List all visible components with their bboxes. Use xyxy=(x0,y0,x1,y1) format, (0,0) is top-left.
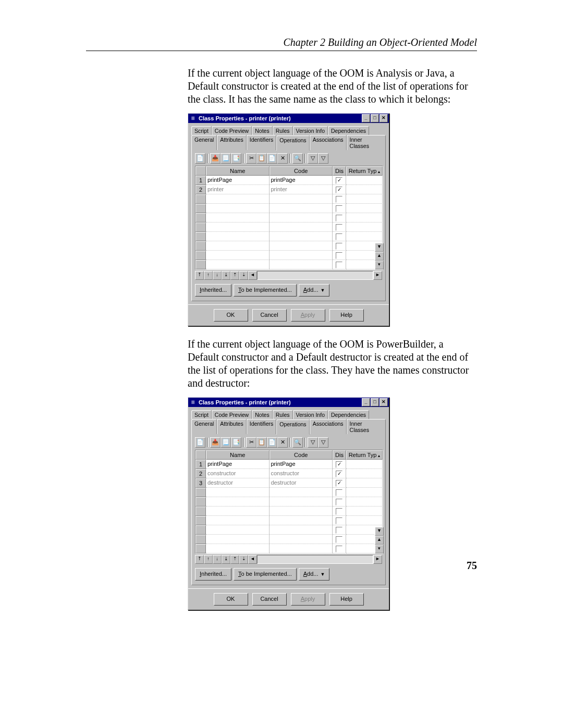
cancel-button[interactable]: Cancel xyxy=(252,593,287,606)
add-rows-icon[interactable]: 📑 xyxy=(231,437,241,448)
close-button[interactable]: ✕ xyxy=(380,114,388,122)
cut-icon[interactable]: ✂ xyxy=(246,153,256,164)
move-bottom-icon[interactable]: ⤓ xyxy=(222,271,230,280)
checkbox-icon[interactable] xyxy=(336,499,342,505)
cell-name[interactable]: constructor xyxy=(206,469,270,478)
cell-name[interactable] xyxy=(206,488,270,497)
table-row-empty[interactable] xyxy=(195,251,383,260)
add-rows-icon[interactable]: 📑 xyxy=(231,153,241,164)
vertical-scroll[interactable]: ▼ ▲ ▾ xyxy=(375,243,383,269)
row-number[interactable]: 1 xyxy=(195,176,206,185)
tab-general[interactable]: General xyxy=(191,419,217,434)
cell-name[interactable]: printPage xyxy=(206,460,270,469)
cell-display[interactable] xyxy=(333,241,346,251)
move-bottom-icon[interactable]: ⤓ xyxy=(222,555,230,564)
move-top-icon[interactable]: ⤒ xyxy=(195,271,204,280)
cell-code[interactable] xyxy=(270,497,333,507)
col-header-dis[interactable]: Dis xyxy=(333,450,346,460)
cell-return-type[interactable] xyxy=(346,194,383,204)
inherited-button[interactable]: Inherited... xyxy=(195,568,231,581)
checkbox-icon[interactable] xyxy=(336,536,342,543)
tab-version info[interactable]: Version Info xyxy=(293,126,328,135)
table-row-empty[interactable] xyxy=(195,516,383,525)
scroll-left-icon[interactable]: ◄ xyxy=(248,271,257,280)
row-number[interactable]: 1 xyxy=(195,460,206,469)
close-button[interactable]: ✕ xyxy=(380,398,388,406)
cell-return-type[interactable] xyxy=(346,488,383,497)
tab-notes[interactable]: Notes xyxy=(252,126,272,135)
checkbox-icon[interactable] xyxy=(336,205,342,212)
cell-return-type[interactable] xyxy=(346,516,383,525)
tab-rules[interactable]: Rules xyxy=(273,410,293,419)
row-number[interactable] xyxy=(195,525,206,535)
tab-operations[interactable]: Operations xyxy=(276,135,309,151)
col-header-dis[interactable]: Dis xyxy=(333,166,346,176)
cell-code[interactable] xyxy=(270,204,333,213)
row-number[interactable]: 2 xyxy=(195,185,206,194)
delete-icon[interactable]: ✕ xyxy=(277,153,288,164)
checkbox-icon[interactable] xyxy=(336,224,342,231)
paste-icon[interactable]: 📄 xyxy=(267,437,277,448)
maximize-button[interactable]: □ xyxy=(371,398,379,406)
cell-display[interactable] xyxy=(333,507,346,516)
table-row[interactable]: 2 printer printer ✓ xyxy=(195,185,383,194)
tab-associations[interactable]: Associations xyxy=(310,135,347,150)
cell-return-type[interactable] xyxy=(346,185,383,194)
cell-display[interactable] xyxy=(333,488,346,497)
checkbox-icon[interactable] xyxy=(336,262,342,268)
table-row-empty[interactable] xyxy=(195,232,383,241)
cell-name[interactable] xyxy=(206,223,270,232)
row-number[interactable] xyxy=(195,213,206,223)
checkbox-icon[interactable]: ✓ xyxy=(336,461,342,468)
cell-code[interactable] xyxy=(270,260,333,269)
apply-button[interactable]: Apply xyxy=(291,309,325,322)
tab-operations[interactable]: Operations xyxy=(276,419,309,435)
row-number[interactable] xyxy=(195,241,206,251)
to-be-implemented-button[interactable]: To be Implemented... xyxy=(234,568,297,581)
cell-code[interactable]: printPage xyxy=(270,176,333,185)
cell-name[interactable] xyxy=(206,241,270,251)
cell-name[interactable]: destructor xyxy=(206,478,270,488)
move-up2-icon[interactable]: ⇡ xyxy=(230,271,239,280)
table-row[interactable]: 1 printPage printPage ✓ xyxy=(195,460,383,469)
move-down-icon[interactable]: ↓ xyxy=(213,555,222,564)
horizontal-scrollbar[interactable] xyxy=(257,555,373,564)
checkbox-icon[interactable] xyxy=(336,252,342,259)
cell-code[interactable] xyxy=(270,232,333,241)
cell-display[interactable] xyxy=(333,251,346,260)
cell-name[interactable] xyxy=(206,260,270,269)
add-row-icon[interactable]: 📃 xyxy=(221,153,231,164)
table-row-empty[interactable] xyxy=(195,488,383,497)
row-number[interactable] xyxy=(195,194,206,204)
table-row-empty[interactable] xyxy=(195,204,383,213)
table-row-empty[interactable] xyxy=(195,507,383,516)
cell-code[interactable]: printer xyxy=(270,185,333,194)
row-number[interactable]: 2 xyxy=(195,469,206,478)
cell-name[interactable] xyxy=(206,507,270,516)
checkbox-icon[interactable] xyxy=(336,517,342,524)
checkbox-icon[interactable] xyxy=(336,489,342,496)
cell-display[interactable] xyxy=(333,204,346,213)
cancel-button[interactable]: Cancel xyxy=(252,309,287,322)
col-header-name[interactable]: Name xyxy=(206,166,270,176)
cell-code[interactable] xyxy=(270,194,333,204)
col-header-name[interactable]: Name xyxy=(206,450,270,460)
table-row-empty[interactable] xyxy=(195,241,383,251)
vertical-scroll[interactable]: ▼ ▲ ▾ xyxy=(375,527,383,553)
add-row-icon[interactable]: 📃 xyxy=(221,437,231,448)
add-button[interactable]: Add...▼ xyxy=(299,568,330,581)
custom-filter-icon[interactable]: ▽ xyxy=(318,437,328,448)
cell-code[interactable] xyxy=(270,488,333,497)
cell-code[interactable]: printPage xyxy=(270,460,333,469)
help-button[interactable]: Help xyxy=(329,309,364,322)
cell-code[interactable] xyxy=(270,251,333,260)
cell-return-type[interactable] xyxy=(346,507,383,516)
insert-row-icon[interactable]: 📥 xyxy=(210,437,221,448)
cell-display[interactable]: ✓ xyxy=(333,176,346,185)
col-header-return-type[interactable]: Return Typ ▴ xyxy=(346,450,383,460)
table-row-empty[interactable] xyxy=(195,525,383,535)
scroll-right-icon[interactable]: ► xyxy=(373,555,382,564)
row-number[interactable] xyxy=(195,232,206,241)
row-number[interactable] xyxy=(195,497,206,507)
cell-code[interactable]: destructor xyxy=(270,478,333,488)
